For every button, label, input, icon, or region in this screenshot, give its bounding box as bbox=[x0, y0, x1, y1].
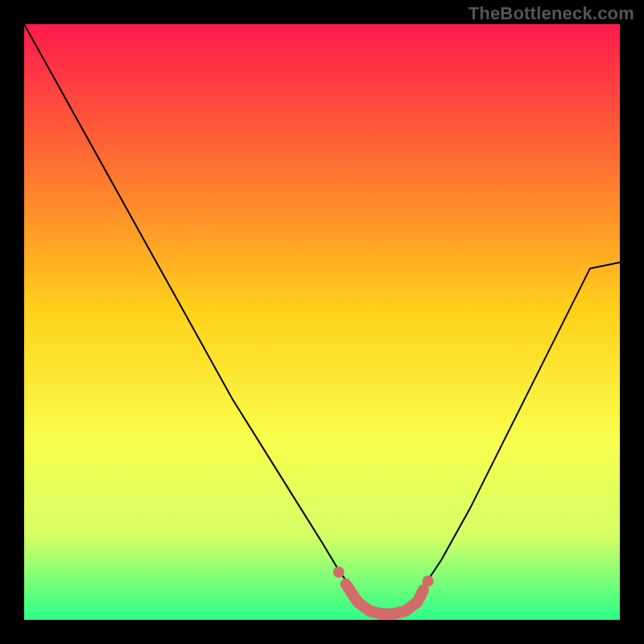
gradient-background bbox=[24, 24, 620, 620]
optimal-range-endpoint bbox=[423, 576, 434, 587]
optimal-range-endpoint bbox=[333, 567, 345, 578]
chart-frame: TheBottleneck.com bbox=[0, 0, 644, 644]
bottleneck-chart bbox=[24, 24, 620, 620]
watermark-text: TheBottleneck.com bbox=[469, 3, 634, 24]
plot-area bbox=[24, 24, 620, 620]
